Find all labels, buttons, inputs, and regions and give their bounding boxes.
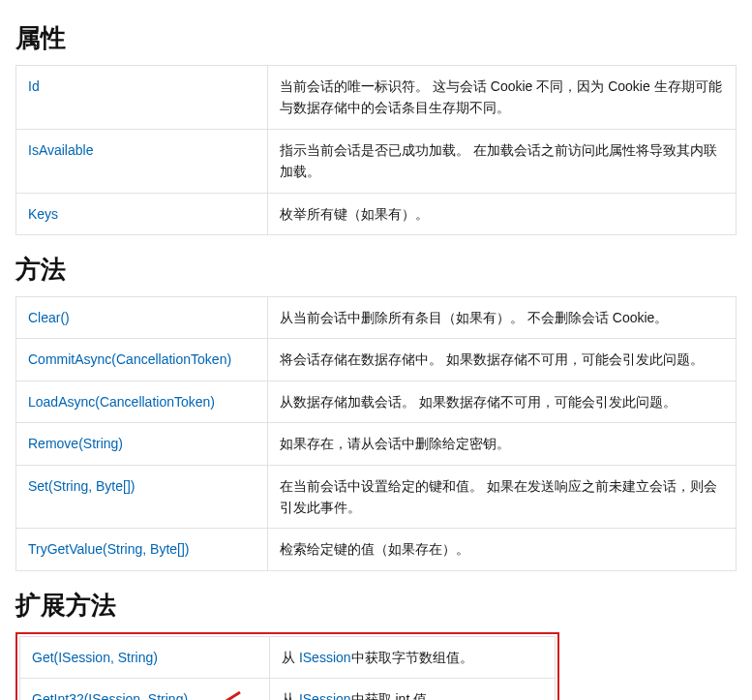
method-desc: 从当前会话中删除所有条目（如果有）。 不会删除会话 Cookie。 (268, 296, 737, 338)
isession-link[interactable]: ISession (299, 650, 351, 665)
table-row: Set(String, Byte[]) 在当前会话中设置给定的键和值。 如果在发… (16, 465, 737, 529)
methods-table: Clear() 从当前会话中删除所有条目（如果有）。 不会删除会话 Cookie… (15, 296, 737, 571)
table-row: Remove(String) 如果存在，请从会话中删除给定密钥。 (16, 423, 737, 465)
table-row: Get(ISession, String) 从 ISession中获取字节数组值… (20, 636, 556, 678)
heading-extensions: 扩展方法 (15, 589, 737, 623)
extensions-highlight-box: Get(ISession, String) 从 ISession中获取字节数组值… (15, 632, 559, 700)
method-desc: 在当前会话中设置给定的键和值。 如果在发送响应之前未建立会话，则会引发此事件。 (268, 465, 737, 529)
isession-link[interactable]: ISession (299, 691, 351, 700)
method-trygetvalue-link[interactable]: TryGetValue(String, Byte[]) (28, 541, 190, 557)
table-row: GetInt32(ISession, String) 从 ISession中获取… (20, 679, 556, 700)
extensions-table: Get(ISession, String) 从 ISession中获取字节数组值… (19, 636, 556, 700)
method-set-link[interactable]: Set(String, Byte[]) (28, 478, 135, 494)
table-row: CommitAsync(CancellationToken) 将会话存储在数据存… (16, 339, 737, 380)
prop-id-link[interactable]: Id (28, 78, 40, 94)
method-commitasync-link[interactable]: CommitAsync(CancellationToken) (28, 351, 231, 367)
properties-table: Id 当前会话的唯一标识符。 这与会话 Cookie 不同，因为 Cookie … (15, 65, 737, 235)
table-row: LoadAsync(CancellationToken) 从数据存储加载会话。 … (16, 380, 737, 422)
table-row: Clear() 从当前会话中删除所有条目（如果有）。 不会删除会话 Cookie… (16, 296, 737, 338)
prop-isavailable-link[interactable]: IsAvailable (28, 142, 93, 158)
prop-desc: 当前会话的唯一标识符。 这与会话 Cookie 不同，因为 Cookie 生存期… (268, 66, 737, 130)
table-row: TryGetValue(String, Byte[]) 检索给定键的值（如果存在… (16, 529, 737, 570)
method-desc: 如果存在，请从会话中删除给定密钥。 (268, 423, 737, 465)
method-desc: 将会话存储在数据存储中。 如果数据存储不可用，可能会引发此问题。 (268, 339, 737, 380)
prop-keys-link[interactable]: Keys (28, 206, 58, 222)
method-desc: 从数据存储加载会话。 如果数据存储不可用，可能会引发此问题。 (268, 380, 737, 422)
method-remove-link[interactable]: Remove(String) (28, 436, 123, 451)
ext-get-link[interactable]: Get(ISession, String) (32, 650, 158, 665)
ext-getint32-link[interactable]: GetInt32(ISession, String) (32, 691, 188, 700)
table-row: Keys 枚举所有键（如果有）。 (16, 193, 737, 234)
method-desc: 检索给定键的值（如果存在）。 (268, 529, 737, 570)
heading-methods: 方法 (15, 253, 737, 287)
table-row: Id 当前会话的唯一标识符。 这与会话 Cookie 不同，因为 Cookie … (16, 66, 737, 130)
ext-desc: 从 ISession中获取字节数组值。 (270, 636, 556, 678)
ext-desc: 从 ISession中获取 int 值。 (270, 679, 556, 700)
method-clear-link[interactable]: Clear() (28, 310, 70, 325)
heading-properties: 属性 (15, 21, 737, 55)
prop-desc: 枚举所有键（如果有）。 (268, 193, 737, 234)
method-loadasync-link[interactable]: LoadAsync(CancellationToken) (28, 394, 215, 410)
prop-desc: 指示当前会话是否已成功加载。 在加载会话之前访问此属性将导致其内联加载。 (268, 129, 737, 193)
table-row: IsAvailable 指示当前会话是否已成功加载。 在加载会话之前访问此属性将… (16, 129, 737, 193)
